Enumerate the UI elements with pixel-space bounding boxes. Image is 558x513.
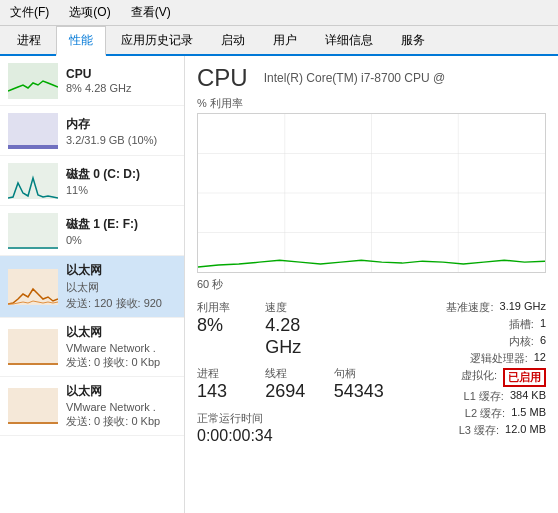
net1-mini-graph bbox=[8, 269, 58, 305]
sidebar-item-disk0[interactable]: 磁盘 0 (C: D:) 11% bbox=[0, 156, 184, 206]
uptime-value: 0:00:00:34 bbox=[197, 426, 386, 445]
left-stats: 利用率 8% 速度 4.28 GHz 进程 143 线程 bbox=[197, 300, 386, 445]
net1-detail: 发送: 120 接收: 920 bbox=[66, 296, 176, 311]
net1-title: 以太网 bbox=[66, 262, 176, 279]
page-title: CPU bbox=[197, 64, 248, 92]
spec-l3-label: L3 缓存: bbox=[429, 423, 499, 438]
tab-app-history[interactable]: 应用历史记录 bbox=[108, 26, 206, 54]
speed-block: 速度 4.28 GHz bbox=[265, 300, 317, 358]
memory-title: 内存 bbox=[66, 116, 176, 133]
utilization-label: % 利用率 bbox=[197, 96, 546, 111]
spec-l3-value: 12.0 MB bbox=[505, 423, 546, 438]
sidebar-item-disk1[interactable]: 磁盘 1 (E: F:) 0% bbox=[0, 206, 184, 256]
tab-processes[interactable]: 进程 bbox=[4, 26, 54, 54]
spec-cores-label: 内核: bbox=[464, 334, 534, 349]
net2-info: 以太网 VMware Network . 发送: 0 接收: 0 Kbp bbox=[66, 324, 176, 370]
net3-title: 以太网 bbox=[66, 383, 176, 400]
handles-stat-label: 句柄 bbox=[334, 366, 386, 381]
memory-info: 内存 3.2/31.9 GB (10%) bbox=[66, 116, 176, 146]
disk1-info: 磁盘 1 (E: F:) 0% bbox=[66, 216, 176, 246]
chart-time-label: 60 秒 bbox=[197, 277, 546, 292]
content-area: CPU Intel(R) Core(TM) i7-8700 CPU @ % 利用… bbox=[185, 56, 558, 513]
spec-l1: L1 缓存: 384 KB bbox=[386, 389, 546, 404]
spec-base-speed: 基准速度: 3.19 GHz bbox=[386, 300, 546, 315]
spec-virtualization-label: 虚拟化: bbox=[427, 368, 497, 387]
cpu-subtitle: 8% 4.28 GHz bbox=[66, 82, 176, 94]
spec-logical: 逻辑处理器: 12 bbox=[386, 351, 546, 366]
menu-bar: 文件(F) 选项(O) 查看(V) bbox=[0, 0, 558, 26]
net3-info: 以太网 VMware Network . 发送: 0 接收: 0 Kbp bbox=[66, 383, 176, 429]
spec-l3: L3 缓存: 12.0 MB bbox=[386, 423, 546, 438]
tab-details[interactable]: 详细信息 bbox=[312, 26, 386, 54]
net2-subtitle: VMware Network . bbox=[66, 342, 176, 354]
svg-rect-0 bbox=[8, 145, 58, 149]
spec-base-speed-label: 基准速度: bbox=[424, 300, 494, 315]
net3-mini-graph bbox=[8, 388, 58, 424]
threads-stat-value: 2694 bbox=[265, 381, 317, 403]
threads-stat-label: 线程 bbox=[265, 366, 317, 381]
main-layout: CPU 8% 4.28 GHz 内存 3.2/31.9 GB (10%) bbox=[0, 56, 558, 513]
disk0-title: 磁盘 0 (C: D:) bbox=[66, 166, 176, 183]
cpu-model: Intel(R) Core(TM) i7-8700 CPU @ bbox=[264, 71, 446, 85]
sidebar: CPU 8% 4.28 GHz 内存 3.2/31.9 GB (10%) bbox=[0, 56, 185, 513]
spec-l1-value: 384 KB bbox=[510, 389, 546, 404]
processes-stat-label: 进程 bbox=[197, 366, 249, 381]
utilization-block: 利用率 8% bbox=[197, 300, 249, 358]
spec-cores: 内核: 6 bbox=[386, 334, 546, 349]
sidebar-item-net3[interactable]: 以太网 VMware Network . 发送: 0 接收: 0 Kbp bbox=[0, 377, 184, 436]
spec-logical-value: 12 bbox=[534, 351, 546, 366]
disk1-subtitle: 0% bbox=[66, 234, 176, 246]
spec-sockets-label: 插槽: bbox=[464, 317, 534, 332]
handles-block: 句柄 54343 bbox=[334, 366, 386, 403]
processes-block: 进程 143 bbox=[197, 366, 249, 403]
disk1-title: 磁盘 1 (E: F:) bbox=[66, 216, 176, 233]
threads-block: 线程 2694 bbox=[265, 366, 317, 403]
spec-l2-label: L2 缓存: bbox=[435, 406, 505, 421]
menu-file[interactable]: 文件(F) bbox=[4, 2, 55, 23]
tab-startup[interactable]: 启动 bbox=[208, 26, 258, 54]
sidebar-item-net2[interactable]: 以太网 VMware Network . 发送: 0 接收: 0 Kbp bbox=[0, 318, 184, 377]
cpu-title: CPU bbox=[66, 67, 176, 81]
net2-detail: 发送: 0 接收: 0 Kbp bbox=[66, 355, 176, 370]
net3-detail: 发送: 0 接收: 0 Kbp bbox=[66, 414, 176, 429]
utilization-stat-value: 8% bbox=[197, 315, 249, 337]
speed-stat-value: 4.28 GHz bbox=[265, 315, 317, 358]
menu-view[interactable]: 查看(V) bbox=[125, 2, 177, 23]
net2-mini-graph bbox=[8, 329, 58, 365]
disk0-info: 磁盘 0 (C: D:) 11% bbox=[66, 166, 176, 196]
sidebar-item-cpu[interactable]: CPU 8% 4.28 GHz bbox=[0, 56, 184, 106]
spec-sockets: 插槽: 1 bbox=[386, 317, 546, 332]
tab-users[interactable]: 用户 bbox=[260, 26, 310, 54]
memory-mini-graph bbox=[8, 113, 58, 149]
content-header: CPU Intel(R) Core(TM) i7-8700 CPU @ bbox=[197, 64, 546, 92]
uptime-label: 正常运行时间 bbox=[197, 411, 386, 426]
tab-services[interactable]: 服务 bbox=[388, 26, 438, 54]
spec-l2-value: 1.5 MB bbox=[511, 406, 546, 421]
spec-sockets-value: 1 bbox=[540, 317, 546, 332]
right-specs: 基准速度: 3.19 GHz 插槽: 1 内核: 6 逻辑处理器: 12 虚拟化… bbox=[386, 300, 546, 440]
sidebar-item-net1[interactable]: 以太网 以太网 发送: 120 接收: 920 bbox=[0, 256, 184, 318]
net1-subtitle: 以太网 bbox=[66, 280, 176, 295]
disk0-subtitle: 11% bbox=[66, 184, 176, 196]
cpu-chart bbox=[197, 113, 546, 273]
spec-l1-label: L1 缓存: bbox=[434, 389, 504, 404]
menu-options[interactable]: 选项(O) bbox=[63, 2, 116, 23]
tab-bar: 进程 性能 应用历史记录 启动 用户 详细信息 服务 bbox=[0, 26, 558, 56]
net2-title: 以太网 bbox=[66, 324, 176, 341]
net1-info: 以太网 以太网 发送: 120 接收: 920 bbox=[66, 262, 176, 311]
processes-stat-value: 143 bbox=[197, 381, 249, 403]
sidebar-item-memory[interactable]: 内存 3.2/31.9 GB (10%) bbox=[0, 106, 184, 156]
cpu-info: CPU 8% 4.28 GHz bbox=[66, 67, 176, 94]
spec-base-speed-value: 3.19 GHz bbox=[500, 300, 546, 315]
cpu-mini-graph bbox=[8, 63, 58, 99]
net3-subtitle: VMware Network . bbox=[66, 401, 176, 413]
spec-l2: L2 缓存: 1.5 MB bbox=[386, 406, 546, 421]
disk0-mini-graph bbox=[8, 163, 58, 199]
spec-logical-label: 逻辑处理器: bbox=[458, 351, 528, 366]
speed-stat-label: 速度 bbox=[265, 300, 317, 315]
spec-cores-value: 6 bbox=[540, 334, 546, 349]
handles-stat-value: 54343 bbox=[334, 381, 386, 403]
memory-subtitle: 3.2/31.9 GB (10%) bbox=[66, 134, 176, 146]
tab-performance[interactable]: 性能 bbox=[56, 26, 106, 56]
disk1-mini-graph bbox=[8, 213, 58, 249]
